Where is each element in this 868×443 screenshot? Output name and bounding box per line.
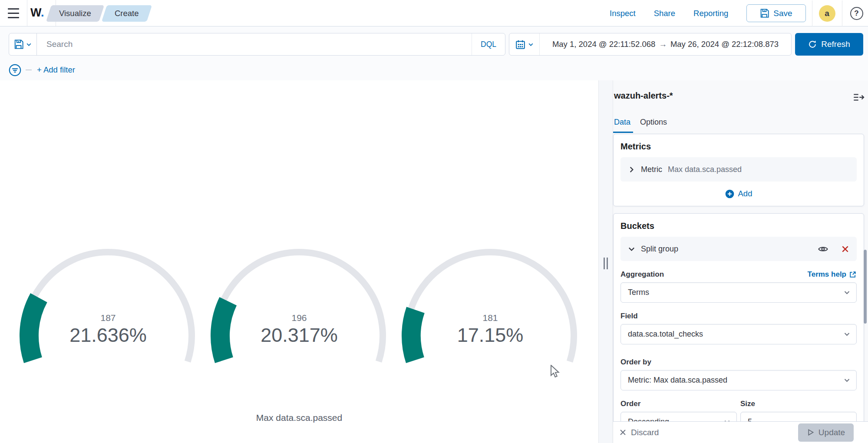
svg-text:21.636%: 21.636% bbox=[69, 324, 147, 346]
top-header: W. Visualize Create Inspect Share Report… bbox=[0, 0, 868, 26]
chevron-down-icon bbox=[628, 245, 635, 253]
plus-circle-icon bbox=[725, 189, 734, 198]
save-icon bbox=[760, 9, 769, 18]
discard-button[interactable]: Discard bbox=[619, 428, 659, 437]
calendar-icon bbox=[515, 40, 525, 50]
share-link[interactable]: Share bbox=[654, 9, 675, 18]
metrics-heading: Metrics bbox=[620, 142, 857, 152]
panel-scrollbar[interactable] bbox=[864, 250, 867, 324]
date-range[interactable]: May 1, 2024 @ 22:11:52.068→May 26, 2024 … bbox=[540, 40, 791, 49]
svg-text:20.317%: 20.317% bbox=[261, 324, 338, 346]
help-icon[interactable]: ? bbox=[850, 7, 863, 20]
split-group-label: Split group bbox=[641, 245, 678, 254]
divider bbox=[27, 0, 27, 26]
editor-footer: Discard Update bbox=[613, 421, 868, 443]
tab-options[interactable]: Options bbox=[640, 118, 667, 127]
external-link-icon bbox=[849, 271, 857, 278]
date-from[interactable]: May 1, 2024 @ 22:11:52.068 bbox=[552, 40, 656, 49]
remove-bucket-icon[interactable] bbox=[841, 245, 849, 253]
metric-row-value: Max data.sca.passed bbox=[668, 165, 742, 174]
query-bar: DQL May 1, 2024 @ 22:11:52.068→May 26, 2… bbox=[0, 26, 868, 80]
save-button[interactable]: Save bbox=[746, 4, 805, 22]
field-label: Field bbox=[620, 312, 638, 321]
wazuh-logo[interactable]: W. bbox=[30, 6, 44, 20]
aggregation-label: Aggregation bbox=[620, 270, 664, 279]
resize-handle-icon[interactable] bbox=[604, 258, 608, 269]
order-by-label: Order by bbox=[620, 358, 651, 367]
refresh-icon bbox=[808, 40, 817, 49]
divider bbox=[842, 0, 842, 26]
add-filter-button[interactable]: + Add filter bbox=[37, 65, 75, 75]
inspect-link[interactable]: Inspect bbox=[610, 9, 636, 18]
chevron-down-icon bbox=[528, 42, 534, 47]
buckets-heading: Buckets bbox=[620, 221, 857, 231]
field-select[interactable]: data.sca.total_checks bbox=[620, 324, 857, 344]
index-pattern-title: wazuh-alerts-* bbox=[614, 91, 673, 101]
gauge-chart: 19620.317% bbox=[204, 162, 395, 366]
save-query-icon bbox=[14, 40, 23, 49]
search-box: DQL bbox=[9, 33, 505, 56]
panel-resizer[interactable] bbox=[598, 80, 613, 443]
gauge-series-label: Max data.sca.passed bbox=[0, 413, 598, 423]
chevron-down-icon bbox=[844, 289, 850, 296]
metric-row[interactable]: Metric Max data.sca.passed bbox=[620, 157, 857, 182]
arrow-right-icon: → bbox=[655, 40, 670, 49]
breadcrumb-create[interactable]: Create bbox=[102, 5, 152, 22]
metric-row-label: Metric bbox=[641, 165, 662, 174]
svg-text:187: 187 bbox=[100, 313, 116, 323]
visualization-canvas: 18721.636% 19620.317% 18117.15% Max data… bbox=[0, 80, 598, 443]
chevron-down-icon bbox=[844, 377, 850, 383]
breadcrumb-visualize[interactable]: Visualize bbox=[46, 5, 104, 22]
svg-text:181: 181 bbox=[482, 313, 498, 323]
terms-help-link[interactable]: Terms help bbox=[808, 270, 857, 279]
query-language-button[interactable]: DQL bbox=[472, 33, 505, 55]
aggregation-select[interactable]: Terms bbox=[620, 282, 857, 303]
order-label: Order bbox=[620, 400, 640, 408]
divider bbox=[812, 0, 812, 26]
eye-icon[interactable] bbox=[818, 244, 828, 255]
chevron-down-icon bbox=[26, 42, 32, 47]
gauge-chart: 18721.636% bbox=[13, 162, 204, 366]
size-label: Size bbox=[740, 400, 755, 408]
chevron-right-icon bbox=[628, 166, 635, 173]
split-group-row[interactable]: Split group bbox=[620, 237, 857, 261]
date-picker: May 1, 2024 @ 22:11:52.068→May 26, 2024 … bbox=[509, 33, 792, 56]
buckets-card: Buckets Split group Aggregation Terms he… bbox=[613, 213, 864, 443]
update-button[interactable]: Update bbox=[798, 423, 854, 442]
collapse-panel-icon[interactable] bbox=[853, 93, 865, 102]
metrics-card: Metrics Metric Max data.sca.passed Add bbox=[613, 134, 864, 206]
menu-icon[interactable] bbox=[8, 8, 19, 18]
visualization-editor-panel: wazuh-alerts-* Data Options Metrics Metr… bbox=[613, 80, 868, 443]
saved-query-menu-button[interactable] bbox=[9, 33, 37, 55]
close-icon bbox=[619, 429, 627, 436]
avatar[interactable]: a bbox=[819, 5, 835, 22]
play-icon bbox=[807, 429, 814, 436]
divider bbox=[26, 69, 32, 70]
date-to[interactable]: May 26, 2024 @ 22:12:08.873 bbox=[670, 40, 779, 49]
breadcrumb: Visualize Create bbox=[49, 5, 149, 22]
date-quick-select-button[interactable] bbox=[509, 33, 540, 55]
tab-data[interactable]: Data bbox=[614, 118, 630, 127]
svg-text:17.15%: 17.15% bbox=[457, 324, 524, 346]
svg-text:196: 196 bbox=[291, 313, 307, 323]
gauge-chart: 18117.15% bbox=[395, 162, 586, 366]
search-input[interactable] bbox=[37, 40, 472, 49]
chevron-down-icon bbox=[844, 331, 850, 337]
refresh-button[interactable]: Refresh bbox=[795, 33, 863, 56]
order-by-select[interactable]: Metric: Max data.sca.passed bbox=[620, 370, 857, 390]
reporting-link[interactable]: Reporting bbox=[693, 9, 728, 18]
add-metric-button[interactable]: Add bbox=[620, 189, 857, 198]
filter-icon[interactable] bbox=[9, 64, 21, 76]
